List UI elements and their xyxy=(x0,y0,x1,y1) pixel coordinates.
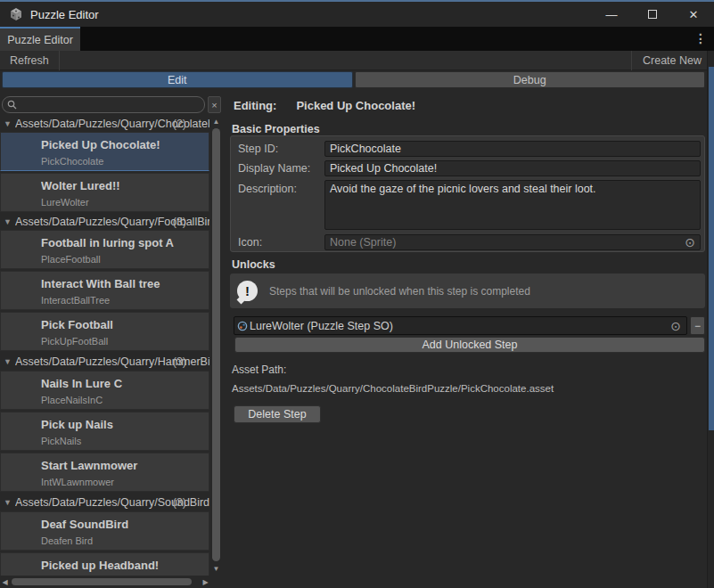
list-horizontal-scroll-thumb[interactable] xyxy=(12,578,192,585)
item-id: PickNails xyxy=(41,436,205,446)
editing-value: Picked Up Chocolate! xyxy=(296,99,415,112)
asset-path-label: Asset Path: xyxy=(232,363,286,376)
basic-properties-box: Step ID: Display Name: Description: Avoi… xyxy=(230,135,705,252)
group-count: (3) xyxy=(173,355,186,368)
item-id: PickUpFootBall xyxy=(41,336,205,347)
description-label: Description: xyxy=(238,183,297,195)
group-count: (3) xyxy=(173,216,186,228)
window-title: Puzzle Editor xyxy=(30,8,99,21)
foldout-icon: ▼ xyxy=(4,357,12,366)
scroll-down-icon[interactable]: ▼ xyxy=(211,565,221,573)
item-title: Pick up Nails xyxy=(41,418,205,431)
remove-unlocked-step-button[interactable]: − xyxy=(690,316,705,335)
search-input[interactable] xyxy=(21,99,204,111)
step-editor-panel: Editing: Picked Up Chocolate! Basic Prop… xyxy=(225,89,707,588)
basic-properties-title: Basic Properties xyxy=(232,123,320,135)
search-icon xyxy=(7,100,17,110)
foldout-icon: ▼ xyxy=(4,119,12,128)
item-title: Picked up Headband! xyxy=(41,559,205,572)
object-picker-icon[interactable]: ⊙ xyxy=(670,320,681,332)
unlocked-step-object-field[interactable]: LureWolter (Puzzle Step SO) ⊙ xyxy=(234,316,687,335)
tab-menu-icon[interactable]: ⋮ xyxy=(694,31,707,45)
unlocks-help-text: Steps that will be unlocked when this st… xyxy=(269,285,530,298)
list-vertical-scroll-thumb[interactable] xyxy=(212,128,220,561)
toolbar: Refresh Create New xyxy=(0,51,714,70)
item-title: Start Lawnmower xyxy=(41,459,205,472)
group-count: (3) xyxy=(173,496,186,509)
list-item[interactable]: Interact With Ball tree InteractBallTree xyxy=(0,271,209,310)
search-box[interactable] xyxy=(2,96,205,113)
item-title: Football in luring spot A xyxy=(41,236,205,249)
close-button[interactable]: ✕ xyxy=(673,2,714,27)
maximize-icon xyxy=(648,10,657,19)
list-item[interactable]: Nails In Lure C PlaceNailsInC xyxy=(0,371,209,410)
window-vertical-scrollbar[interactable] xyxy=(707,51,714,588)
display-name-label: Display Name: xyxy=(238,162,310,175)
item-title: Nails In Lure C xyxy=(41,377,205,390)
display-name-field[interactable] xyxy=(324,160,701,176)
app-cube-icon xyxy=(9,7,23,21)
group-header[interactable]: ▼ Assets/Data/Puzzles/Quarry/SoundBird (… xyxy=(0,494,209,510)
list-item[interactable]: Deaf SoundBird Deafen Bird xyxy=(0,511,209,551)
group-header[interactable]: ▼ Assets/Data/Puzzles/Quarry/FootballBir… xyxy=(0,214,209,230)
list-item[interactable]: Start Lawnmower IntWLawnmower xyxy=(0,453,209,492)
editing-header: Editing: Picked Up Chocolate! xyxy=(234,99,415,112)
group-header[interactable]: ▼ Assets/Data/Puzzles/Quarry/HammerBi (3… xyxy=(0,354,209,370)
icon-object-value: None (Sprite) xyxy=(330,236,685,249)
list-vertical-scrollbar[interactable]: ▲ ▼ xyxy=(211,116,221,575)
refresh-button[interactable]: Refresh xyxy=(0,51,60,70)
window-vertical-scroll-thumb[interactable] xyxy=(709,67,714,430)
mode-tabs: Edit Debug xyxy=(0,70,707,89)
create-new-button[interactable]: Create New xyxy=(631,51,705,70)
item-id: InteractBallTree xyxy=(41,295,205,306)
group-header[interactable]: ▼ Assets/Data/Puzzles/Quarry/Chocolatel … xyxy=(0,116,209,132)
titlebar: Puzzle Editor — ✕ xyxy=(0,2,714,27)
puzzle-editor-window: Puzzle Editor — ✕ Puzzle Editor ⋮ Refres… xyxy=(0,0,714,588)
step-id-label: Step ID: xyxy=(238,143,278,155)
tab-edit[interactable]: Edit xyxy=(2,71,353,88)
foldout-icon: ▼ xyxy=(4,217,12,226)
search-clear-button[interactable]: × xyxy=(208,96,221,113)
list-item[interactable]: Wolter Lured!! LureWolter xyxy=(0,173,209,212)
object-picker-icon[interactable]: ⊙ xyxy=(685,236,695,249)
list-item[interactable]: Pick up Nails PickNails xyxy=(0,412,209,451)
unlocks-help-box: ! Steps that will be unlocked when this … xyxy=(230,274,705,308)
group-count: (2) xyxy=(173,118,186,130)
unlocked-step-value: LureWolter (Puzzle Step SO) xyxy=(250,320,670,332)
foldout-icon: ▼ xyxy=(4,498,12,507)
scroll-right-icon[interactable]: ▶ xyxy=(201,578,210,586)
maximize-button[interactable] xyxy=(632,2,673,27)
tab-bar: Puzzle Editor ⋮ xyxy=(0,27,714,51)
item-title: Wolter Lured!! xyxy=(41,179,205,192)
step-id-field[interactable] xyxy=(324,141,701,157)
icon-object-field[interactable]: None (Sprite) ⊙ xyxy=(324,234,701,250)
minimize-button[interactable]: — xyxy=(591,2,632,27)
item-id: Deafen Bird xyxy=(41,535,205,546)
item-title: Pick Football xyxy=(41,318,205,331)
item-id: PickChocolate xyxy=(41,156,205,167)
steps-list-panel: × ▼ Assets/Data/Puzzles/Quarry/Chocolate… xyxy=(0,89,223,588)
item-title: Picked Up Chocolate! xyxy=(41,138,205,151)
unlocks-title: Unlocks xyxy=(232,258,275,271)
asset-path-value: Assets/Data/Puzzles/Quarry/ChocolateBird… xyxy=(232,383,554,394)
item-id: PlaceNailsInC xyxy=(41,395,205,405)
delete-step-button[interactable]: Delete Step xyxy=(234,405,321,423)
list-item[interactable]: Picked Up Chocolate! PickChocolate xyxy=(0,132,209,171)
scriptable-object-icon xyxy=(237,321,248,331)
tab-debug[interactable]: Debug xyxy=(355,71,706,88)
list-item[interactable]: Pick Football PickUpFootBall xyxy=(0,312,209,351)
list-item[interactable]: Football in luring spot A PlaceFootball xyxy=(0,230,209,269)
item-title: Interact With Ball tree xyxy=(41,277,205,290)
add-unlocked-step-button[interactable]: Add Unlocked Step xyxy=(234,337,705,353)
tab-puzzle-editor[interactable]: Puzzle Editor xyxy=(0,27,80,51)
content-area: × ▼ Assets/Data/Puzzles/Quarry/Chocolate… xyxy=(0,89,707,588)
description-field[interactable]: Avoid the gaze of the picnic lovers and … xyxy=(324,180,701,230)
item-id: PlaceFootball xyxy=(41,254,205,265)
icon-label: Icon: xyxy=(238,236,262,249)
item-id: IntWLawnmower xyxy=(41,477,205,487)
scroll-up-icon[interactable]: ▲ xyxy=(211,118,221,126)
scroll-left-icon[interactable]: ◀ xyxy=(0,578,10,586)
item-title: Deaf SoundBird xyxy=(41,518,205,531)
list-horizontal-scrollbar[interactable]: ◀ ▶ xyxy=(0,576,210,588)
editing-label: Editing: xyxy=(234,99,276,112)
